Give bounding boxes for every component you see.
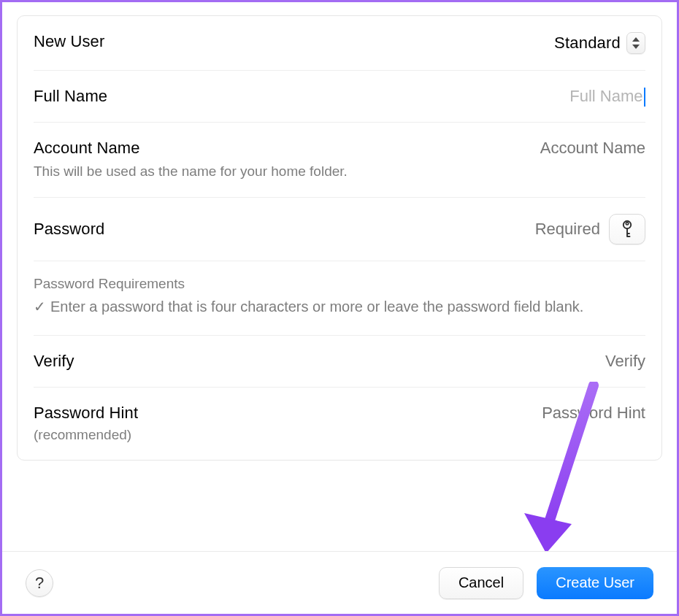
full-name-placeholder: Full Name — [569, 87, 642, 106]
svg-point-1 — [626, 222, 628, 224]
account-name-sublabel: This will be used as the name for your h… — [34, 162, 348, 181]
password-requirements-text: Enter a password that is four characters… — [50, 299, 583, 315]
row-password: Password — [34, 198, 645, 261]
password-input[interactable] — [469, 220, 600, 239]
row-full-name: Full Name Full Name — [34, 71, 645, 123]
full-name-label: Full Name — [34, 87, 569, 106]
dialog-footer: ? Cancel Create User — [2, 551, 677, 614]
help-icon: ? — [35, 574, 44, 593]
key-icon — [619, 220, 635, 239]
check-icon: ✓ — [34, 296, 46, 317]
row-new-user: New User Standard — [34, 16, 645, 71]
help-button[interactable]: ? — [26, 569, 53, 597]
row-password-hint: Password Hint (recommended) — [34, 388, 645, 461]
full-name-input[interactable]: Full Name — [569, 87, 645, 106]
account-type-select[interactable]: Standard — [554, 32, 645, 54]
create-user-button[interactable]: Create User — [537, 567, 653, 599]
password-assistant-button[interactable] — [609, 214, 645, 245]
row-account-name: Account Name This will be used as the na… — [34, 123, 645, 198]
row-verify: Verify — [34, 336, 645, 388]
password-requirements-heading: Password Requirements — [34, 276, 645, 292]
password-requirements-section: Password Requirements ✓Enter a password … — [34, 261, 645, 336]
password-hint-label: Password Hint — [34, 404, 426, 423]
text-cursor-icon — [644, 88, 646, 107]
password-hint-input[interactable] — [426, 404, 645, 423]
account-type-value: Standard — [554, 34, 621, 53]
password-label: Password — [34, 220, 469, 239]
cancel-button[interactable]: Cancel — [439, 567, 523, 599]
new-user-label: New User — [34, 32, 554, 51]
window-outer-frame: New User Standard Full Name Full Name — [0, 0, 679, 616]
verify-label: Verify — [34, 352, 536, 371]
account-name-label: Account Name — [34, 139, 426, 158]
password-hint-sublabel: (recommended) — [34, 426, 348, 444]
new-user-form-panel: New User Standard Full Name Full Name — [17, 15, 662, 461]
password-requirements-line: ✓Enter a password that is four character… — [34, 296, 645, 317]
account-name-input[interactable] — [426, 139, 645, 158]
updown-stepper-icon — [626, 32, 645, 54]
verify-input[interactable] — [536, 352, 645, 371]
